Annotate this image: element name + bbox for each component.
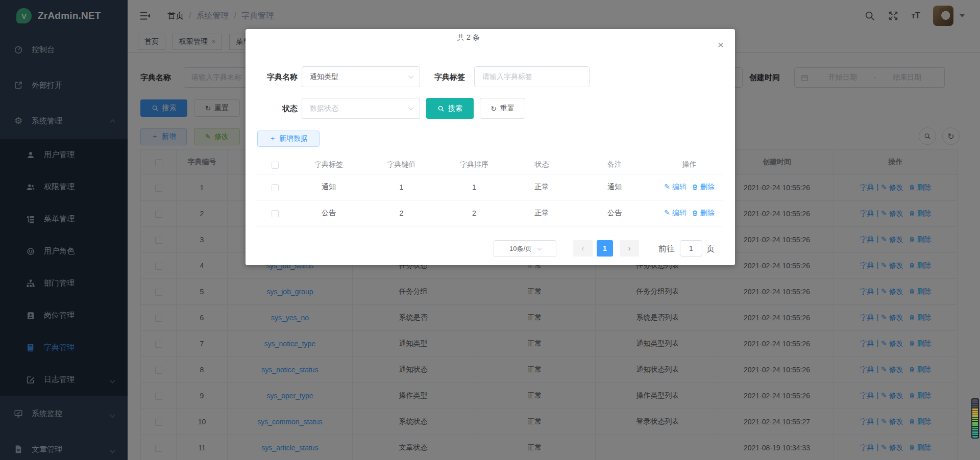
- modal-table-row: 公告 2 2 正常 公告 ✎ 编辑 删除: [257, 200, 723, 226]
- modal-dict-name-select[interactable]: 通知类型: [302, 66, 420, 87]
- pencil-icon: ✎: [664, 183, 672, 191]
- goto-page-suffix: 页: [706, 240, 715, 257]
- pencil-icon: ✎: [664, 209, 672, 217]
- modal-add-data-button[interactable]: ＋ 新增数据: [257, 131, 320, 147]
- app-window: V ZrAdmin.NET 控制台 外部打开 ⚙ 系统管理 用: [0, 0, 980, 460]
- refresh-icon: ↻: [491, 105, 497, 113]
- modal-row-edit-link[interactable]: ✎ 编辑: [664, 209, 687, 217]
- plus-icon: ＋: [269, 134, 276, 143]
- data-label-cell: 通知: [293, 174, 364, 200]
- data-status-cell: 正常: [510, 174, 574, 200]
- chevron-down-icon: [408, 105, 413, 110]
- dict-data-dialog: × 字典名称 通知类型 字典标签 请输入字典标签 状态 数据状态 搜索 ↻ 重置…: [246, 29, 735, 265]
- current-page-button[interactable]: 1: [597, 240, 613, 257]
- page-size-select[interactable]: 10条/页: [494, 240, 556, 257]
- goto-page-label: 前往: [658, 240, 675, 257]
- data-value-cell: 2: [364, 200, 438, 226]
- modal-table-row: 通知 1 1 正常 通知 ✎ 编辑 删除: [257, 174, 723, 200]
- modal-select-all-checkbox[interactable]: [272, 162, 279, 169]
- close-icon[interactable]: ×: [718, 39, 724, 50]
- goto-page-input[interactable]: 1: [680, 240, 702, 257]
- modal-status-label: 状态: [251, 98, 298, 119]
- modal-row-delete-link[interactable]: 删除: [692, 183, 715, 191]
- trash-icon: [692, 210, 698, 216]
- modal-table-header-row: 字典标签 字典键值 字典排序 状态 备注 操作: [257, 156, 723, 174]
- data-remark-cell: 公告: [574, 200, 655, 226]
- data-remark-cell: 通知: [574, 174, 655, 200]
- prev-page-button[interactable]: ‹: [573, 240, 593, 257]
- scrollbar-minimap-indicator[interactable]: [971, 398, 979, 439]
- modal-dict-data-table: 字典标签 字典键值 字典排序 状态 备注 操作 通知 1 1 正常 通知: [257, 156, 723, 226]
- data-value-cell: 1: [364, 174, 438, 200]
- modal-search-button[interactable]: 搜索: [426, 98, 474, 119]
- modal-row-delete-link[interactable]: 删除: [692, 209, 715, 217]
- modal-row-actions-cell: ✎ 编辑 删除: [655, 200, 723, 226]
- modal-row-actions-cell: ✎ 编辑 删除: [655, 174, 723, 200]
- next-page-button[interactable]: ›: [620, 240, 639, 257]
- data-sort-cell: 2: [438, 200, 510, 226]
- search-icon: [437, 105, 445, 112]
- chevron-down-icon: [408, 73, 413, 79]
- modal-row-edit-link[interactable]: ✎ 编辑: [664, 183, 687, 191]
- pagination-total: 共 2 条: [457, 29, 480, 46]
- modal-dict-label-input[interactable]: 请输入字典标签: [474, 66, 590, 87]
- data-status-cell: 正常: [510, 200, 574, 226]
- modal-dict-label-label: 字典标签: [414, 66, 465, 87]
- trash-icon: [692, 184, 698, 190]
- chevron-down-icon: [537, 245, 542, 250]
- modal-status-select[interactable]: 数据状态: [302, 98, 420, 119]
- modal-dict-name-label: 字典名称: [251, 66, 298, 87]
- modal-row-checkbox[interactable]: [272, 210, 279, 217]
- data-label-cell: 公告: [293, 200, 364, 226]
- modal-reset-button[interactable]: ↻ 重置: [480, 98, 525, 119]
- modal-row-checkbox[interactable]: [272, 184, 279, 191]
- data-sort-cell: 1: [438, 174, 510, 200]
